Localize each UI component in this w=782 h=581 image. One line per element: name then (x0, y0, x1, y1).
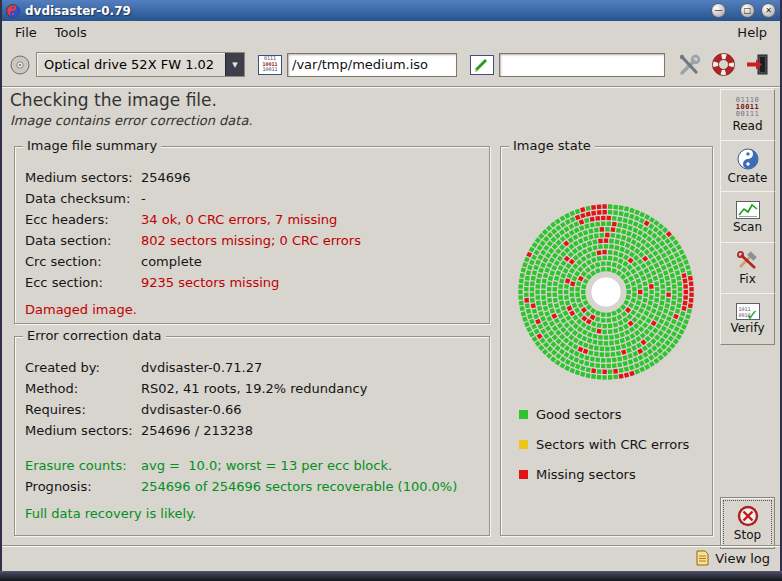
stop-icon (737, 505, 759, 527)
read-button[interactable]: 01110 10011 00111 Read (720, 89, 775, 141)
verify-icon: 10110010 ✓ (736, 303, 760, 320)
row-value: avg = 10.0; worst = 13 per ecc block. (141, 458, 392, 473)
status-heading: Checking the image file. (10, 90, 217, 110)
info-row: Crc section:complete (25, 251, 489, 272)
info-row: Erasure counts:avg = 10.0; worst = 13 pe… (25, 455, 489, 476)
drive-icon (8, 53, 32, 77)
row-label: Medium sectors: (25, 423, 141, 438)
legend-item: Sectors with CRC errors (519, 437, 689, 452)
legend-swatch (519, 410, 528, 419)
yin-yang-icon (737, 148, 759, 170)
row-label: Prognosis: (25, 479, 141, 494)
ecc-file-icon (470, 55, 494, 75)
help-lifebelt-icon[interactable] (711, 52, 736, 77)
fix-button[interactable]: Fix (720, 242, 775, 294)
disc-legend: Good sectorsSectors with CRC errorsMissi… (519, 407, 689, 482)
menu-file[interactable]: File (6, 23, 46, 42)
info-row: Medium sectors:254696 (25, 167, 489, 188)
legend-label: Sectors with CRC errors (536, 437, 689, 452)
legend-label: Missing sectors (536, 467, 636, 482)
row-label: Medium sectors: (25, 170, 141, 185)
read-icon: 01110 10011 00111 (736, 97, 760, 118)
info-row: Requires:dvdisaster-0.66 (25, 399, 489, 420)
image-file-icon: 01111001110011 (258, 55, 282, 75)
toolbar: Optical drive 52X FW 1.02 ▼ 011110011100… (2, 43, 780, 86)
scan-chart-icon (736, 201, 760, 219)
drive-select-value: Optical drive 52X FW 1.02 (37, 57, 225, 72)
row-label: Data checksum: (25, 191, 141, 206)
image-state-frame: Image state Good sectorsSectors with CRC… (500, 146, 713, 536)
legend-swatch (519, 440, 528, 449)
status-subheading: Image contains error correction data. (10, 113, 252, 128)
info-row: Prognosis:254696 of 254696 sectors recov… (25, 476, 489, 497)
app-window: dvdisaster-0.79 — □ ✕ File Tools Help Op… (0, 0, 782, 581)
scan-button[interactable]: Scan (720, 191, 775, 243)
info-row: Medium sectors:254696 / 213238 (25, 420, 489, 441)
close-button[interactable]: ✕ (761, 3, 776, 18)
menu-tools[interactable]: Tools (46, 23, 96, 42)
menu-bar: File Tools Help (2, 21, 780, 43)
preferences-wrench-icon[interactable] (676, 52, 702, 78)
row-value: 254696 (141, 170, 191, 185)
summary-footer: Damaged image. (15, 293, 489, 317)
info-row: Created by:dvdisaster-0.71.27 (25, 357, 489, 378)
row-value: RS02, 41 roots, 19.2% redundancy (141, 381, 367, 396)
app-icon (6, 4, 20, 18)
legend-item: Missing sectors (519, 467, 689, 482)
ecc-file-input[interactable] (499, 53, 665, 77)
window-frame-bottom (0, 571, 782, 581)
toolbar-separator (2, 86, 780, 88)
row-label: Erasure counts: (25, 458, 141, 473)
legend-swatch (519, 470, 528, 479)
row-label: Method: (25, 381, 141, 396)
row-label: Requires: (25, 402, 141, 417)
maximize-button[interactable]: □ (740, 3, 755, 18)
ecc-frame: Error correction data Created by:dvdisas… (14, 336, 490, 536)
row-value: 802 sectors missing; 0 CRC errors (141, 233, 361, 248)
info-row: Method:RS02, 41 roots, 19.2% redundancy (25, 378, 489, 399)
info-row: Data section:802 sectors missing; 0 CRC … (25, 230, 489, 251)
row-value: 254696 of 254696 sectors recoverable (10… (141, 479, 457, 494)
ecc-footer: Full data recovery is likely. (15, 497, 489, 521)
summary-frame-title: Image file summary (23, 138, 161, 153)
title-bar[interactable]: dvdisaster-0.79 — □ ✕ (0, 0, 782, 21)
image-state-frame-title: Image state (509, 138, 595, 153)
row-value: dvdisaster-0.71.27 (141, 360, 262, 375)
row-label: Ecc headers: (25, 212, 141, 227)
dropdown-arrow-icon[interactable]: ▼ (225, 53, 244, 76)
summary-rows: Medium sectors:254696Data checksum:-Ecc … (15, 147, 489, 293)
ecc-rows: Created by:dvdisaster-0.71.27Method:RS02… (15, 337, 489, 497)
window-frame-left (0, 0, 2, 581)
image-file-input[interactable] (287, 53, 457, 77)
summary-frame: Image file summary Medium sectors:254696… (14, 146, 490, 324)
minimize-button[interactable]: — (711, 3, 726, 18)
row-label: Created by: (25, 360, 141, 375)
view-log-button[interactable]: View log (695, 550, 770, 566)
view-log-label: View log (715, 551, 770, 566)
row-value: 34 ok, 0 CRC errors, 7 missing (141, 212, 337, 227)
info-row: Ecc section:9235 sectors missing (25, 272, 489, 293)
stop-button[interactable]: Stop (720, 497, 775, 549)
row-label: Crc section: (25, 254, 141, 269)
fix-tools-icon (736, 251, 760, 271)
drive-select[interactable]: Optical drive 52X FW 1.02 ▼ (36, 52, 245, 77)
create-button[interactable]: Create (720, 140, 775, 192)
row-value: 9235 sectors missing (141, 275, 279, 290)
titlebar-buttons: — □ ✕ (711, 3, 776, 18)
info-row: Data checksum:- (25, 188, 489, 209)
row-label: Data section: (25, 233, 141, 248)
legend-item: Good sectors (519, 407, 689, 422)
quit-exit-icon[interactable] (745, 52, 770, 77)
row-value: - (141, 191, 146, 206)
info-row: Ecc headers:34 ok, 0 CRC errors, 7 missi… (25, 209, 489, 230)
ecc-frame-title: Error correction data (23, 328, 166, 343)
disc-visualization (511, 197, 701, 391)
row-value: complete (141, 254, 202, 269)
legend-label: Good sectors (536, 407, 621, 422)
menu-help[interactable]: Help (728, 23, 776, 42)
statusbar-separator (2, 545, 780, 547)
verify-button[interactable]: 10110010 ✓ Verify (720, 293, 775, 345)
row-value: dvdisaster-0.66 (141, 402, 242, 417)
row-label: Ecc section: (25, 275, 141, 290)
window-title: dvdisaster-0.79 (25, 4, 131, 18)
